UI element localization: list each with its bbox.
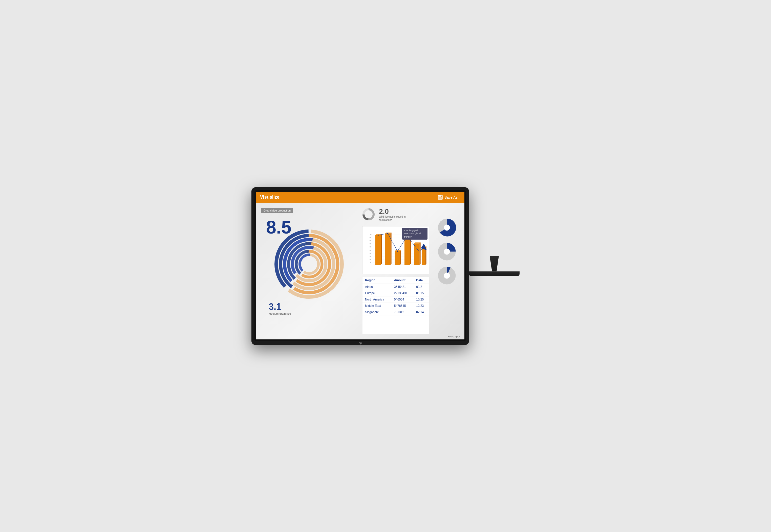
data-table: Region Amount Date Africa354542101/2Euro… bbox=[362, 277, 429, 334]
kpi-text: 2.0 Wild rice not included in calculatio… bbox=[379, 208, 409, 222]
app-header: Visualize Save As... bbox=[256, 192, 464, 203]
svg-text:40: 40 bbox=[370, 252, 371, 254]
donut-chart bbox=[274, 229, 345, 299]
kpi-number: 2.0 bbox=[379, 208, 409, 215]
right-panel: 2.0 Wild rice not included in calculatio… bbox=[362, 208, 429, 334]
app-title: Visualize bbox=[260, 195, 280, 200]
table-cell-amount: 3545421 bbox=[392, 284, 414, 290]
table-cell-amount: 781312 bbox=[392, 309, 414, 315]
monitor: Visualize Save As... Global rice product… bbox=[252, 187, 469, 345]
save-as-label: Save As... bbox=[444, 195, 460, 199]
svg-rect-50 bbox=[404, 236, 410, 265]
small-number-31: 3.1 bbox=[269, 302, 357, 312]
table-header-date: Date bbox=[414, 277, 429, 284]
table-cell-date: 10/25 bbox=[414, 296, 429, 303]
table-row: Middle East547854512/23 bbox=[363, 303, 429, 309]
screen-bezel: Visualize Save As... Global rice product… bbox=[255, 190, 466, 341]
left-panel: Global rice production 8.5 bbox=[261, 208, 357, 334]
monitor-neck bbox=[487, 256, 502, 271]
table-row: Africa354542101/2 bbox=[363, 284, 429, 290]
table-cell-amount: 22135431 bbox=[392, 290, 414, 296]
svg-point-62 bbox=[397, 250, 398, 252]
table-cell-date: 02/14 bbox=[414, 309, 429, 315]
svg-marker-43 bbox=[381, 234, 382, 265]
svg-rect-56 bbox=[422, 247, 425, 265]
kpi-description: Wild rice not included in calculations bbox=[379, 215, 409, 222]
svg-text:50: 50 bbox=[370, 249, 371, 251]
svg-marker-49 bbox=[400, 250, 401, 265]
table-row: North America54656410/25 bbox=[363, 296, 429, 303]
screen: Visualize Save As... Global rice product… bbox=[256, 192, 464, 339]
svg-text:100: 100 bbox=[370, 234, 372, 235]
svg-rect-1 bbox=[439, 195, 441, 197]
monitor-bottom-bezel: hp bbox=[255, 341, 466, 345]
svg-text:80: 80 bbox=[370, 240, 371, 241]
svg-rect-47 bbox=[395, 251, 400, 265]
svg-text:90: 90 bbox=[370, 237, 371, 238]
table-cell-region: Singapore bbox=[363, 309, 392, 315]
svg-text:10: 10 bbox=[370, 262, 371, 263]
chart-title-badge: Global rice production bbox=[261, 208, 293, 213]
kpi-row: 2.0 Wild rice not included in calculatio… bbox=[362, 208, 429, 222]
svg-point-60 bbox=[377, 234, 379, 236]
svg-rect-41 bbox=[375, 235, 381, 265]
table-cell-region: Europe bbox=[363, 290, 392, 296]
svg-point-61 bbox=[387, 233, 389, 234]
save-as-button[interactable]: Save As... bbox=[438, 195, 460, 200]
content-area: Global rice production 8.5 bbox=[256, 203, 464, 339]
svg-marker-46 bbox=[391, 233, 392, 265]
pie-chart-1 bbox=[437, 218, 456, 237]
pie-charts-column bbox=[434, 208, 459, 334]
monitor-model-label: HP P27q G4 bbox=[448, 335, 460, 338]
svg-rect-44 bbox=[385, 234, 390, 265]
monitor-base bbox=[469, 271, 519, 276]
pie-chart-3 bbox=[437, 266, 456, 285]
table-row: Singapore78131202/14 bbox=[363, 309, 429, 315]
svg-marker-55 bbox=[420, 242, 421, 265]
table-cell-region: North America bbox=[363, 296, 392, 303]
monitor-stand bbox=[469, 256, 519, 276]
svg-text:60: 60 bbox=[370, 246, 371, 248]
donut-svg bbox=[274, 229, 345, 299]
table-cell-region: Africa bbox=[363, 284, 392, 290]
table-cell-region: Middle East bbox=[363, 303, 392, 309]
chart-tooltip: Can long-grain overcome global trends? bbox=[402, 228, 427, 240]
svg-rect-2 bbox=[439, 197, 442, 199]
svg-point-69 bbox=[444, 272, 450, 279]
table-header-region: Region bbox=[363, 277, 392, 284]
hp-logo: hp bbox=[359, 342, 362, 344]
table-cell-date: 12/23 bbox=[414, 303, 429, 309]
svg-text:20: 20 bbox=[370, 259, 371, 260]
table-cell-amount: 5478545 bbox=[392, 303, 414, 309]
pie-chart-2 bbox=[437, 242, 456, 261]
table-cell-date: 01/2 bbox=[414, 284, 429, 290]
table-header-amount: Amount bbox=[392, 277, 414, 284]
svg-marker-54 bbox=[414, 242, 420, 243]
kpi-donut-chart bbox=[362, 208, 375, 221]
bar-chart-container: Can long-grain overcome global trends? 1… bbox=[362, 226, 429, 274]
table-cell-date: 01/15 bbox=[414, 290, 429, 296]
svg-point-65 bbox=[444, 224, 450, 230]
svg-text:70: 70 bbox=[370, 243, 371, 245]
table-row: Europe2213543101/15 bbox=[363, 290, 429, 296]
svg-point-67 bbox=[444, 248, 450, 255]
svg-rect-53 bbox=[414, 243, 419, 265]
medium-grain-label: Medium-grain rice bbox=[269, 312, 357, 315]
svg-text:30: 30 bbox=[370, 256, 371, 257]
save-icon bbox=[438, 195, 443, 200]
table-cell-amount: 546564 bbox=[392, 296, 414, 303]
